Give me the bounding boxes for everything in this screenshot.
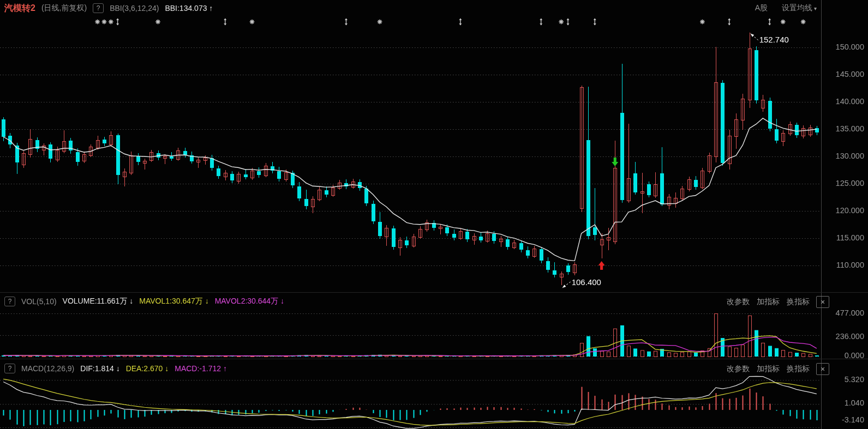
dif-value: DIF:1.814 ↓ — [80, 364, 119, 373]
add-indicator-button[interactable]: 加指标 — [757, 297, 780, 307]
macd-pane-menu: 改参数 加指标 换指标 — [727, 364, 810, 374]
help-icon[interactable]: ? — [4, 297, 15, 306]
help-icon[interactable]: ? — [4, 364, 15, 373]
edit-params-button[interactable]: 改参数 — [727, 364, 750, 374]
mavol1-value: MAVOL1:30.647万 ↓ — [139, 297, 208, 306]
price-axis-label: 135.000 — [824, 124, 864, 133]
dea-value: DEA:2.670 ↓ — [126, 364, 169, 373]
chevron-down-icon: ▾ — [814, 5, 817, 11]
edit-params-button[interactable]: 改参数 — [727, 297, 750, 307]
macd-axis-label: 5.320 — [824, 375, 864, 384]
price-axis-label: 145.000 — [824, 70, 864, 78]
high-price-annotation: 152.740 — [759, 35, 789, 44]
indicator-params: BBI(3,6,12,24) — [110, 4, 159, 13]
mavol2-value: MAVOL2:30.644万 ↓ — [215, 297, 284, 306]
close-icon[interactable]: × — [816, 363, 829, 375]
market-label[interactable]: A股 — [755, 3, 768, 13]
switch-indicator-button[interactable]: 换指标 — [787, 297, 810, 307]
stock-chart-app: 汽模转2 (日线,前复权) ? BBI(3,6,12,24) BBI:134.0… — [0, 0, 868, 429]
chart-mode-label: (日线,前复权) — [41, 3, 87, 13]
vol-indicator-name: VOL(5,10) — [21, 297, 57, 306]
price-axis-label: 110.000 — [824, 261, 864, 269]
indicator-value: BBI:134.073 ↑ — [165, 4, 213, 13]
vol-pane-menu: 改参数 加指标 换指标 — [727, 297, 810, 307]
main-header: 汽模转2 (日线,前复权) ? BBI(3,6,12,24) BBI:134.0… — [0, 2, 213, 15]
price-axis-label: 115.000 — [824, 233, 864, 242]
symbol-name: 汽模转2 — [4, 3, 35, 14]
macd-value: MACD:-1.712 ↑ — [175, 364, 227, 373]
pane-divider-main-vol — [0, 292, 868, 293]
low-price-annotation: 106.400 — [572, 277, 601, 287]
macd-indicator-name: MACD(12,26,9) — [21, 364, 74, 373]
price-axis-label: 120.000 — [824, 206, 864, 215]
price-axis-label: 150.000 — [824, 43, 864, 51]
switch-indicator-button[interactable]: 换指标 — [787, 364, 810, 374]
vol-pane-header: ? VOL(5,10) VOLUME:11.661万 ↓ MAVOL1:30.6… — [0, 295, 284, 308]
price-axis-label: 140.000 — [824, 97, 864, 106]
macd-axis-label: 1.040 — [824, 398, 864, 407]
vol-axis-label: 477.000 — [824, 309, 864, 317]
macd-axis-label: -3.140 — [824, 415, 864, 424]
vol-axis-label: 0.000 — [824, 351, 864, 360]
pane-divider-vol-macd — [0, 359, 868, 359]
ma-settings-label: 设置均线 — [782, 3, 812, 12]
price-axis-label: 125.000 — [824, 179, 864, 188]
header-right-group: A股 设置均线▾ — [755, 2, 817, 15]
price-axis-label: 130.000 — [824, 152, 864, 160]
ma-settings-dropdown[interactable]: 设置均线▾ — [782, 3, 817, 13]
macd-pane-header: ? MACD(12,26,9) DIF:1.814 ↓ DEA:2.670 ↓ … — [0, 362, 227, 375]
vol-axis-label: 236.000 — [824, 332, 864, 341]
close-icon[interactable]: × — [816, 296, 829, 308]
help-icon[interactable]: ? — [93, 3, 104, 13]
volume-value: VOLUME:11.661万 ↓ — [63, 297, 134, 306]
add-indicator-button[interactable]: 加指标 — [757, 364, 780, 374]
